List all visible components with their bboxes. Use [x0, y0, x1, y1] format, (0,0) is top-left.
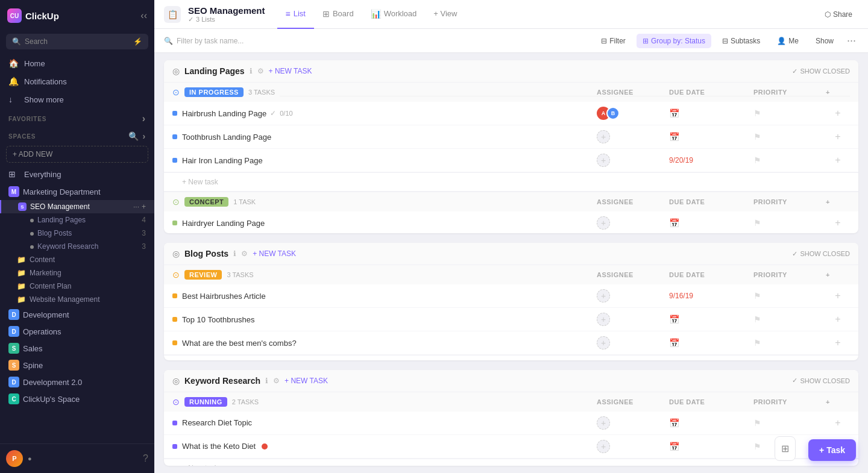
sidebar-item-notifications[interactable]: 🔔 Notifications: [0, 72, 154, 90]
group-collapse-icon[interactable]: ◎: [172, 66, 180, 76]
group-settings-icon-kr[interactable]: ⚙: [273, 377, 280, 385]
table-row[interactable]: Hairdryer Landing Page + 📅 ⚑ +: [164, 211, 858, 233]
share-button[interactable]: ⬡ Share: [819, 8, 858, 21]
new-task-row[interactable]: + New task: [164, 459, 858, 466]
group-collapse-icon-bp[interactable]: ◎: [172, 249, 180, 258]
group-collapse-icon-kr[interactable]: ◎: [172, 376, 180, 386]
table-row[interactable]: Top 10 Toothbrushes + 📅 ⚑ +: [164, 308, 858, 331]
group-by-button[interactable]: ⊞ Group by: Status: [637, 34, 711, 48]
tab-board[interactable]: ⊞ Board: [314, 0, 362, 29]
spaces-search-icon[interactable]: 🔍: [128, 131, 139, 141]
seo-badge: S: [18, 202, 27, 211]
tab-add-view[interactable]: + View: [425, 0, 465, 29]
subtasks-button[interactable]: ⊟ Subtasks: [716, 34, 766, 48]
avatar-2[interactable]: B: [606, 107, 620, 120]
board-icon: ⊞: [322, 9, 330, 19]
status-collapse-icon-run[interactable]: ⊙: [172, 397, 180, 407]
sidebar-item-marketing-department[interactable]: M Marketing Department: [0, 183, 154, 200]
sidebar-item-seo-management[interactable]: S SEO Management ··· +: [0, 200, 154, 213]
sidebar-item-content-plan[interactable]: 📁 Content Plan: [0, 280, 154, 293]
table-row[interactable]: Hair Iron Landing Page + 9/20/19 ⚑ +: [164, 149, 858, 172]
assignee-placeholder[interactable]: +: [597, 440, 610, 453]
sidebar-item-website-mgmt[interactable]: 📁 Website Management: [0, 293, 154, 306]
table-row[interactable]: Research Diet Topic + 📅 ⚑ +: [164, 412, 858, 435]
group-settings-icon[interactable]: ⚙: [257, 67, 264, 75]
assignee-placeholder[interactable]: +: [597, 216, 610, 230]
filter-search[interactable]: 🔍 Filter by task name...: [164, 37, 590, 45]
group-info-icon-kr[interactable]: ℹ: [265, 377, 268, 385]
sidebar-item-landing-pages[interactable]: Landing Pages 4: [0, 213, 154, 227]
tab-list[interactable]: ≡ List: [277, 0, 314, 29]
add-col[interactable]: +: [826, 108, 850, 119]
sidebar-item-keyword-research[interactable]: Keyword Research 3: [0, 240, 154, 253]
assignee-placeholder[interactable]: +: [597, 289, 610, 302]
add-col[interactable]: +: [826, 218, 850, 228]
add-col[interactable]: +: [826, 131, 850, 142]
new-task-row[interactable]: + New task: [164, 355, 858, 360]
add-col[interactable]: +: [826, 290, 850, 301]
show-button[interactable]: Show: [810, 34, 840, 48]
sidebar-item-spine[interactable]: S Spine: [0, 357, 154, 374]
assignee-placeholder[interactable]: +: [597, 416, 610, 430]
assignee-placeholder[interactable]: +: [597, 130, 610, 143]
table-row[interactable]: What are the best men's combs? + 📅 ⚑ +: [164, 331, 858, 355]
sidebar-item-home[interactable]: 🏠 Home: [0, 54, 154, 72]
sidebar-collapse-btn[interactable]: ‹‹: [140, 10, 147, 21]
col-add-c[interactable]: +: [826, 198, 850, 205]
sidebar-item-blog-posts[interactable]: Blog Posts 3: [0, 227, 154, 240]
group-info-icon-bp[interactable]: ℹ: [233, 249, 236, 258]
table-row[interactable]: What is the Keto Diet + 📅 ⚑ +: [164, 435, 858, 459]
show-closed-btn-bp[interactable]: ✓ SHOW CLOSED: [792, 250, 850, 258]
assignee-placeholder[interactable]: +: [597, 336, 610, 349]
in-progress-count: 3 TASKS: [248, 89, 275, 96]
group-new-task-btn[interactable]: + NEW TASK: [269, 67, 312, 75]
status-collapse-icon[interactable]: ⊙: [172, 197, 180, 207]
sidebar-item-everything[interactable]: ⊞ Everything: [0, 165, 154, 183]
col-add-run[interactable]: +: [826, 398, 850, 406]
favorites-expand-icon[interactable]: ›: [142, 113, 146, 124]
sidebar-item-operations[interactable]: D Operations: [0, 323, 154, 340]
more-actions-icon[interactable]: ···: [844, 32, 858, 49]
show-closed-btn-kr[interactable]: ✓ SHOW CLOSED: [792, 377, 850, 384]
filter-button[interactable]: ⊟ Filter: [595, 34, 632, 48]
show-closed-btn[interactable]: ✓ SHOW CLOSED: [792, 67, 850, 75]
add-col[interactable]: +: [826, 314, 850, 325]
add-task-fab[interactable]: + Task: [808, 439, 856, 461]
status-collapse-icon[interactable]: ⊙: [172, 87, 180, 97]
sidebar-item-development[interactable]: D Development: [0, 306, 154, 323]
sidebar-item-sales[interactable]: S Sales: [0, 340, 154, 357]
table-row[interactable]: Toothbrush Landing Page + 📅 ⚑ +: [164, 125, 858, 149]
assignee-placeholder[interactable]: +: [597, 154, 610, 167]
group-settings-icon-bp[interactable]: ⚙: [241, 249, 248, 258]
task-check-icon[interactable]: ✓: [270, 109, 276, 117]
add-new-button[interactable]: + ADD NEW: [6, 146, 148, 163]
add-col[interactable]: +: [826, 337, 850, 348]
group-info-icon[interactable]: ℹ: [250, 67, 253, 75]
tab-workload[interactable]: 📊 Workload: [362, 0, 426, 29]
seo-more-icon[interactable]: ···: [133, 202, 139, 211]
group-new-task-btn-kr[interactable]: + NEW TASK: [285, 377, 328, 385]
help-icon[interactable]: ?: [143, 453, 148, 464]
sidebar-item-development2[interactable]: D Development 2.0: [0, 374, 154, 390]
search-bar[interactable]: 🔍 Search ⚡: [6, 34, 148, 49]
avatar[interactable]: P: [6, 450, 23, 467]
col-add[interactable]: +: [826, 89, 850, 96]
sidebar-item-marketing[interactable]: 📁 Marketing: [0, 266, 154, 280]
assignee-placeholder[interactable]: +: [597, 313, 610, 326]
table-row[interactable]: Hairbrush Landing Page ✓ 0/10 A B 📅 ⚑ +: [164, 102, 858, 125]
sidebar-item-show-more[interactable]: ↓ Show more: [0, 90, 154, 108]
new-task-row[interactable]: + New task: [164, 172, 858, 191]
sidebar-item-content[interactable]: 📁 Content: [0, 253, 154, 266]
app-logo[interactable]: CU ClickUp: [7, 8, 59, 23]
me-button[interactable]: 👤 Me: [771, 34, 805, 48]
col-add-r[interactable]: +: [826, 271, 850, 278]
grid-view-button[interactable]: ⊞: [775, 436, 796, 461]
add-col[interactable]: +: [826, 155, 850, 166]
table-row[interactable]: Best Hairbrushes Article + 9/16/19 ⚑ +: [164, 284, 858, 308]
seo-add-icon[interactable]: +: [142, 202, 146, 211]
sidebar-item-clickup[interactable]: C ClickUp's Space: [0, 390, 154, 407]
status-collapse-icon-r[interactable]: ⊙: [172, 270, 180, 280]
add-col[interactable]: +: [826, 418, 850, 428]
spaces-expand-icon[interactable]: ›: [143, 131, 146, 141]
group-new-task-btn-bp[interactable]: + NEW TASK: [253, 249, 296, 258]
